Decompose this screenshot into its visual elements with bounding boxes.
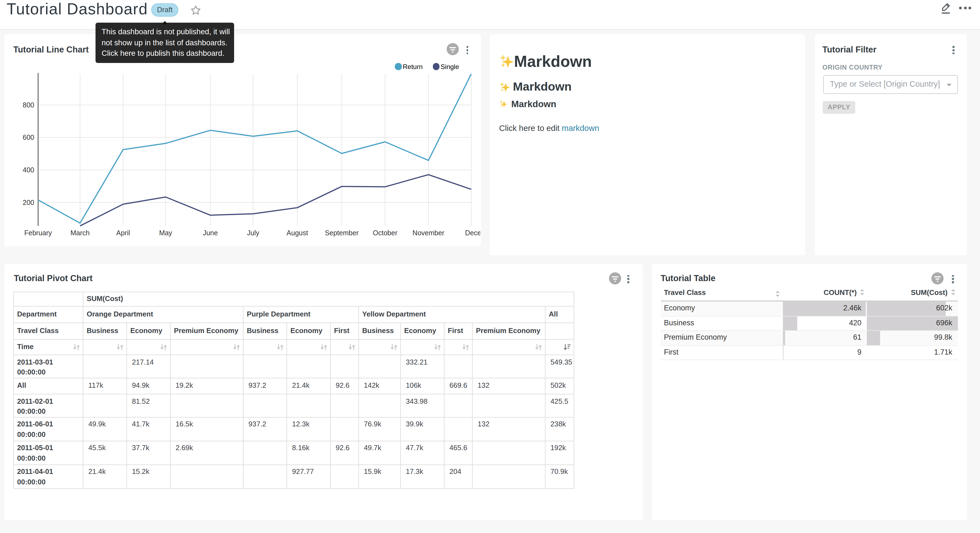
svg-text:March: March [70,229,89,237]
svg-text:June: June [203,229,218,237]
svg-text:400: 400 [23,166,34,174]
svg-text:February: February [24,229,52,237]
svg-text:April: April [116,229,130,237]
svg-text:October: October [373,229,398,237]
svg-text:Dece: Dece [465,229,480,237]
svg-text:200: 200 [23,199,34,206]
svg-text:800: 800 [23,101,34,109]
svg-text:September: September [325,229,359,237]
svg-text:August: August [286,229,308,237]
svg-text:November: November [412,229,444,237]
svg-text:July: July [247,229,259,237]
svg-text:600: 600 [23,133,34,141]
svg-text:May: May [159,229,172,237]
